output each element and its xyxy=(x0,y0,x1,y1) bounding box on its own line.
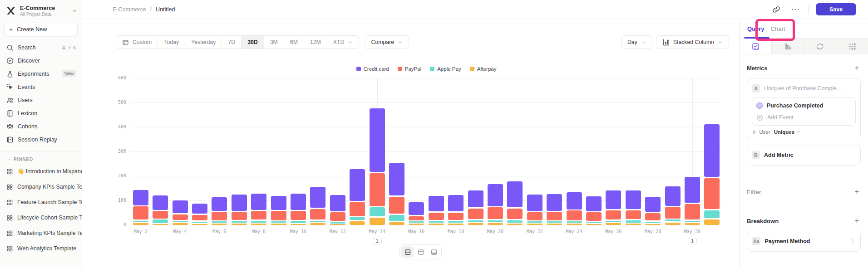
sidebar-item-users[interactable]: Users xyxy=(0,93,82,107)
range-6m[interactable]: 6M xyxy=(284,36,304,49)
bar-segment-paypal[interactable] xyxy=(567,210,582,220)
bar-segment-paypal[interactable] xyxy=(507,209,523,219)
bar-segment-paypal[interactable] xyxy=(173,214,188,220)
bar-segment-afterpay[interactable] xyxy=(153,224,168,225)
save-button[interactable]: Save xyxy=(816,3,856,15)
breakdown-card[interactable]: Aa Payment Method ⋮ xyxy=(747,231,861,252)
report-type-insights[interactable] xyxy=(740,39,771,54)
bar-segment-paypal[interactable] xyxy=(626,210,641,219)
tab-query[interactable]: Query xyxy=(747,25,764,32)
event-row[interactable]: Purchase Completed xyxy=(756,100,851,112)
bar-segment-apple-pay[interactable] xyxy=(370,207,385,216)
annotation-badge[interactable]: 1 xyxy=(688,238,697,244)
bar-segment-paypal[interactable] xyxy=(291,211,306,220)
create-new-button[interactable]: + Create New xyxy=(4,23,78,36)
bar-segment-apple-pay[interactable] xyxy=(586,222,602,223)
bar-segment-credit-card[interactable] xyxy=(645,197,661,212)
legend-item-apple-pay[interactable]: Apple Pay xyxy=(430,66,461,72)
bar-segment-credit-card[interactable] xyxy=(429,196,444,211)
bar-segment-credit-card[interactable] xyxy=(468,190,483,207)
breadcrumb-project[interactable]: E-Commerce xyxy=(113,6,146,13)
more-options-button[interactable]: ··· xyxy=(791,7,800,12)
bar-segment-apple-pay[interactable] xyxy=(212,221,227,223)
bar-segment-afterpay[interactable] xyxy=(488,223,503,225)
pinned-item[interactable]: Marketing KPIs Sample Templat xyxy=(0,225,82,241)
bar-segment-credit-card[interactable] xyxy=(192,204,207,214)
bar-segment-paypal[interactable] xyxy=(606,210,621,219)
bar-segment-paypal[interactable] xyxy=(448,213,464,220)
tab-chart[interactable]: Chart xyxy=(771,25,785,32)
bar-segment-apple-pay[interactable] xyxy=(685,221,700,222)
bar-segment-paypal[interactable] xyxy=(153,211,168,219)
bar-segment-afterpay[interactable] xyxy=(468,223,483,225)
bar-segment-credit-card[interactable] xyxy=(409,202,424,215)
bar-segment-afterpay[interactable] xyxy=(665,223,681,225)
metric-row[interactable]: A Uniques of Purchase Comple... xyxy=(752,83,856,94)
bar-segment-credit-card[interactable] xyxy=(389,163,404,196)
bar-segment-afterpay[interactable] xyxy=(310,223,326,225)
bar-segment-paypal[interactable] xyxy=(192,215,207,221)
bar-segment-apple-pay[interactable] xyxy=(271,221,286,223)
bar-segment-paypal[interactable] xyxy=(645,213,661,220)
bar-segment-paypal[interactable] xyxy=(133,206,148,219)
bar-segment-apple-pay[interactable] xyxy=(704,210,720,218)
breadcrumb-report-title[interactable]: Untitled xyxy=(156,6,175,13)
bar-segment-credit-card[interactable] xyxy=(133,190,148,205)
layout-bottom-button[interactable] xyxy=(428,246,440,258)
bar-segment-afterpay[interactable] xyxy=(370,218,385,225)
bar-segment-afterpay[interactable] xyxy=(685,223,700,225)
add-metric-plus-button[interactable]: + xyxy=(853,63,861,73)
bar-segment-credit-card[interactable] xyxy=(173,200,188,213)
bar-segment-paypal[interactable] xyxy=(586,212,602,221)
report-type-retention[interactable] xyxy=(836,39,868,54)
range-yesterday[interactable]: Yesterday xyxy=(185,36,222,49)
bar-segment-paypal[interactable] xyxy=(468,209,483,219)
bar-segment-credit-card[interactable] xyxy=(567,192,582,210)
bar-segment-paypal[interactable] xyxy=(429,213,444,220)
bar-segment-afterpay[interactable] xyxy=(251,224,266,225)
layout-split-button[interactable] xyxy=(401,246,414,258)
bar-segment-paypal[interactable] xyxy=(350,202,365,216)
bar-segment-apple-pay[interactable] xyxy=(153,219,168,223)
bar-segment-paypal[interactable] xyxy=(547,212,562,220)
measurement-selector[interactable]: # User Uniques xyxy=(752,126,856,135)
bar-segment-afterpay[interactable] xyxy=(232,224,247,225)
bar-segment-afterpay[interactable] xyxy=(448,224,464,225)
bar-segment-credit-card[interactable] xyxy=(606,190,621,209)
bar-segment-apple-pay[interactable] xyxy=(291,221,306,223)
bar-segment-apple-pay[interactable] xyxy=(232,221,247,223)
legend-item-afterpay[interactable]: Afterpay xyxy=(470,66,497,72)
bar-segment-afterpay[interactable] xyxy=(389,222,404,225)
bar-segment-paypal[interactable] xyxy=(271,211,286,220)
bar-segment-afterpay[interactable] xyxy=(271,224,286,225)
bar-segment-apple-pay[interactable] xyxy=(350,217,365,220)
report-type-flows[interactable] xyxy=(804,39,836,54)
bar-segment-afterpay[interactable] xyxy=(645,224,661,225)
bar-segment-apple-pay[interactable] xyxy=(527,221,542,223)
bar-segment-afterpay[interactable] xyxy=(212,224,227,225)
bar-segment-paypal[interactable] xyxy=(665,207,681,219)
sidebar-item-lexicon[interactable]: Lexicon xyxy=(0,107,82,120)
bar-segment-afterpay[interactable] xyxy=(192,224,207,225)
bar-segment-credit-card[interactable] xyxy=(291,194,306,210)
bar-segment-credit-card[interactable] xyxy=(350,169,365,201)
bar-segment-afterpay[interactable] xyxy=(409,224,424,225)
report-type-funnels[interactable] xyxy=(771,39,804,54)
bar-segment-apple-pay[interactable] xyxy=(468,220,483,222)
project-switcher[interactable]: E-Commerce All Project Data xyxy=(0,0,82,19)
bar-segment-apple-pay[interactable] xyxy=(330,222,345,224)
bar-segment-apple-pay[interactable] xyxy=(547,221,562,223)
bar-segment-credit-card[interactable] xyxy=(232,195,247,210)
annotation-badge[interactable]: 1 xyxy=(372,238,381,244)
pinned-item[interactable]: Company KPIs Sample Templat xyxy=(0,179,82,195)
sidebar-item-discover[interactable]: Discover xyxy=(0,54,82,67)
pinned-item[interactable]: 👋 Introduction to Mixpanel Bo xyxy=(0,164,82,179)
range-12m[interactable]: 12M xyxy=(304,36,327,49)
bar-segment-apple-pay[interactable] xyxy=(488,220,503,222)
pinned-item[interactable]: Lifecycle Cohort Sample Temp xyxy=(0,210,82,225)
bar-segment-paypal[interactable] xyxy=(212,212,227,220)
copy-link-icon[interactable] xyxy=(772,5,780,14)
bar-segment-apple-pay[interactable] xyxy=(606,221,621,222)
bar-segment-paypal[interactable] xyxy=(389,197,404,214)
sidebar-item-events[interactable]: Events xyxy=(0,80,82,93)
